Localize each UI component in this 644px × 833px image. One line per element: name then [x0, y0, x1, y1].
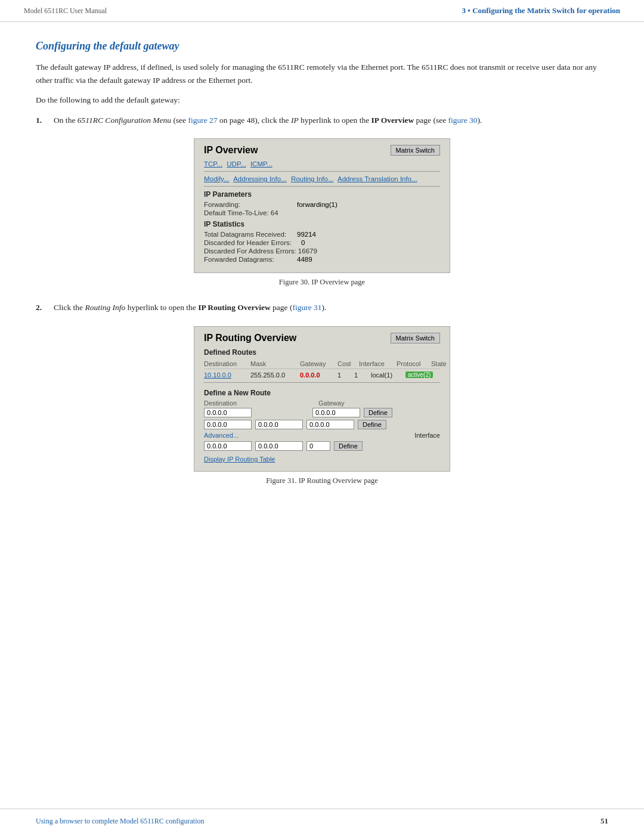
figure-31-caption: Figure 31. IP Routing Overview page	[266, 476, 378, 485]
tcp-link[interactable]: TCP...	[204, 160, 222, 168]
define-gw-2[interactable]	[306, 420, 354, 429]
main-content: Configuring the default gateway The defa…	[0, 22, 644, 535]
route-dest[interactable]: 10.10.0.0	[204, 371, 246, 379]
ip-stats-label: IP Statistics	[204, 220, 440, 228]
routing-info-link[interactable]: Routing Info...	[291, 175, 334, 182]
define-mask-3[interactable]	[255, 441, 303, 451]
step-2: 2. Click the Routing Info hyperlink to o…	[36, 301, 608, 314]
stat3-label: Discarded For Address Errors: 16679	[204, 247, 317, 255]
step-2-text: Click the Routing Info hyperlink to open…	[54, 301, 326, 314]
addressing-info-link[interactable]: Addressing Info...	[233, 175, 287, 182]
intro-para2: Do the following to add the default gate…	[36, 94, 608, 107]
col-interface: Interface	[359, 360, 392, 367]
stat1-value: 99214	[297, 231, 316, 238]
forwarding-row: Forwarding: forwarding(1)	[204, 201, 440, 208]
step2-italic: Routing Info	[85, 303, 126, 312]
col-protocol: Protocol	[397, 360, 426, 367]
forwarding-value: forwarding(1)	[297, 201, 338, 208]
intro-para1: The default gateway IP address, if defin…	[36, 61, 608, 86]
step2-link[interactable]: figure 31	[292, 303, 321, 312]
ip-overview-title: IP Overview	[204, 145, 258, 156]
stat1-row: Total Datagrams Received: 99214	[204, 231, 440, 238]
defined-routes-label: Defined Routes	[204, 348, 440, 357]
matrix-switch-button-2[interactable]: Matrix Switch	[391, 333, 440, 343]
route-table-header: Destination Mask Gateway Cost Interface …	[204, 359, 440, 369]
define-btn-1[interactable]: Define	[364, 408, 392, 417]
step1-link1[interactable]: figure 27	[188, 116, 217, 125]
step-1-text: On the 6511RC Configuration Menu (see fi…	[54, 114, 482, 127]
stat4-row: Forwarded Datagrams: 4489	[204, 256, 440, 263]
define-btn-3[interactable]: Define	[334, 441, 363, 451]
divider-2	[204, 186, 440, 187]
header-left: Model 6511RC User Manual	[24, 7, 107, 16]
ip-overview-title-row: IP Overview Matrix Switch	[204, 145, 440, 156]
define-new-label: Define a New Route	[204, 389, 440, 397]
define-mask-2[interactable]	[255, 420, 303, 429]
step2-bold: IP Routing Overview	[198, 303, 271, 312]
define-row-1: Define	[204, 408, 440, 417]
define-row-3: Define	[204, 441, 440, 451]
steps-list: 1. On the 6511RC Configuration Menu (see…	[36, 114, 608, 127]
divider-1	[204, 171, 440, 172]
udp-link[interactable]: UDP...	[227, 160, 246, 168]
footer-page-number: 51	[600, 816, 608, 826]
define-row-2: Define	[204, 420, 440, 429]
col-mask: Mask	[250, 360, 295, 367]
advanced-interface-row: Advanced... Interface	[204, 432, 440, 439]
gw-col-label: Gateway	[318, 400, 344, 407]
ttl-label: Default Time-To-Live: 64	[204, 209, 287, 216]
ip-routing-title-row: IP Routing Overview Matrix Switch	[204, 333, 440, 343]
step-1-number: 1.	[36, 114, 47, 127]
define-dest-2[interactable]	[204, 420, 252, 429]
col-gateway: Gateway	[300, 360, 333, 367]
figure-30-caption: Figure 30. IP Overview page	[279, 278, 365, 287]
ip-overview-modify-links: Modify... Addressing Info... Routing Inf…	[204, 175, 440, 182]
form-col-labels: Destination Gateway	[204, 400, 440, 407]
divider-3	[204, 382, 440, 383]
display-routing-table-link[interactable]: Display IP Routing Table	[204, 456, 440, 463]
col-state: State	[431, 360, 447, 367]
define-btn-2[interactable]: Define	[358, 420, 386, 429]
route-proto: local(1)	[371, 371, 401, 379]
ip-params-label: IP Parameters	[204, 190, 440, 199]
stat3-row: Discarded For Address Errors: 16679	[204, 247, 440, 255]
define-dest-3[interactable]	[204, 441, 252, 451]
ttl-row: Default Time-To-Live: 64	[204, 209, 440, 216]
page-header: Model 6511RC User Manual 3 • Configuring…	[0, 0, 644, 22]
route-row-1: 10.10.0.0 255.255.0.0 0.0.0.0 1 1 local(…	[204, 371, 440, 379]
address-translation-link[interactable]: Address Translation Info...	[338, 175, 417, 182]
stat1-label: Total Datagrams Received:	[204, 231, 287, 238]
figure-31-container: IP Routing Overview Matrix Switch Define…	[36, 326, 608, 485]
ip-overview-top-links: TCP... UDP... ICMP...	[204, 160, 440, 168]
stat2-row: Discarded for Header Errors: 0	[204, 239, 440, 246]
advanced-link[interactable]: Advanced...	[204, 432, 239, 439]
ip-routing-screenshot: IP Routing Overview Matrix Switch Define…	[194, 326, 450, 472]
define-dest-1[interactable]	[204, 408, 252, 417]
col-cost: Cost	[338, 360, 354, 367]
define-iface-3[interactable]	[306, 441, 330, 451]
define-gw-1[interactable]	[312, 408, 360, 417]
stat2-label: Discarded for Header Errors:	[204, 239, 292, 246]
stat2-value: 0	[301, 239, 305, 246]
define-new-route: Define a New Route Destination Gateway D…	[204, 389, 440, 463]
modify-link[interactable]: Modify...	[204, 175, 230, 182]
stat4-label: Forwarded Datagrams:	[204, 256, 287, 263]
section-title: Configuring the default gateway	[36, 40, 608, 52]
col-destination: Destination	[204, 360, 246, 367]
interface-label: Interface	[414, 432, 440, 439]
step-2-number: 2.	[36, 301, 47, 314]
ip-overview-screenshot: IP Overview Matrix Switch TCP... UDP... …	[194, 138, 450, 273]
mask-col-label-empty	[261, 400, 315, 407]
step1-link2[interactable]: figure 30	[448, 116, 478, 125]
route-mask: 255.255.0.0	[250, 371, 295, 379]
header-right: 3 • Configuring the Matrix Switch for op…	[462, 6, 620, 16]
step-1: 1. On the 6511RC Configuration Menu (see…	[36, 114, 608, 127]
page-footer: Using a browser to complete Model 6511RC…	[0, 809, 644, 833]
ip-routing-title: IP Routing Overview	[204, 333, 296, 343]
route-iface: 1	[354, 371, 366, 379]
steps-list-2: 2. Click the Routing Info hyperlink to o…	[36, 301, 608, 314]
matrix-switch-button-1[interactable]: Matrix Switch	[391, 145, 440, 156]
forwarding-label: Forwarding:	[204, 201, 287, 208]
icmp-link[interactable]: ICMP...	[250, 160, 273, 168]
step1-bold: IP Overview	[371, 116, 414, 125]
